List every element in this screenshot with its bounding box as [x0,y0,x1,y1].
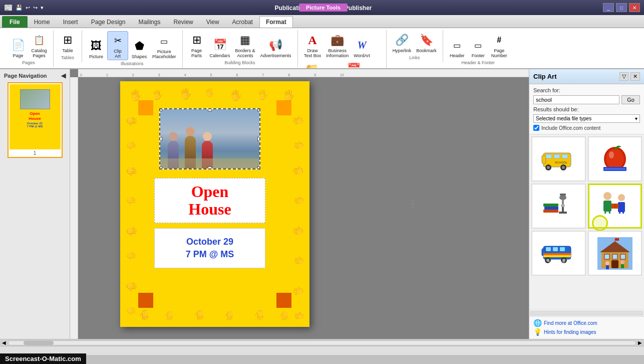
picture-icon: 🖼 [88,38,104,54]
header-icon: ▭ [449,37,465,53]
handle-br[interactable] [257,166,260,169]
btn-table[interactable]: ⊞ Table [58,31,78,54]
scroll-thumb[interactable] [24,341,54,345]
handle-right[interactable] [257,137,260,141]
handprint-b1: 🖐 [139,310,150,321]
page-navigation-panel: Page Navigation ◀ OpenHouse October 217 … [0,69,70,339]
quick-access-undo[interactable]: ↩ [26,5,30,11]
svg-rect-17 [543,204,558,207]
go-button[interactable]: Go [621,95,640,104]
clipart-panel-minimize[interactable]: ▽ [619,72,628,81]
date-line1: October 29 [186,237,233,247]
btn-bookmark[interactable]: 🔖 Bookmark [414,31,439,54]
btn-business-info[interactable]: 💼 BusinessInformation [324,31,351,59]
maximize-btn[interactable]: □ [616,3,627,12]
svg-point-20 [559,195,566,200]
btn-hyperlink[interactable]: 🔗 Hyperlink [391,31,414,54]
tab-review[interactable]: Review [167,16,199,28]
scroll-right-btn[interactable]: ▶ [638,340,642,345]
handprint-r1: 🖐 [292,115,303,126]
svg-rect-43 [543,253,571,255]
handle-top[interactable] [208,108,212,111]
btn-clip-art[interactable]: ✂ ClipArt [107,31,128,60]
handle-bl[interactable] [159,166,162,169]
globe-icon: 🌐 [533,319,542,327]
handle-bottom[interactable] [208,166,212,169]
tab-view[interactable]: View [200,16,226,28]
open-house-textbox[interactable]: Open House [154,178,265,223]
svg-rect-52 [611,260,618,268]
tab-acrobat[interactable]: Acrobat [226,16,259,28]
include-office-checkbox[interactable] [533,125,539,131]
btn-shapes[interactable]: ⬟ Shapes [129,37,149,60]
clip-item-books-microscope[interactable] [531,184,586,229]
quick-access-save[interactable]: 💾 [16,5,23,11]
btn-insert-file[interactable]: 📁 InsertFile [302,60,322,69]
handle-tr[interactable] [257,108,260,111]
date-textbox[interactable]: October 29 7 PM @ MS [154,228,265,268]
photo-container[interactable] [159,108,260,169]
btn-symbol[interactable]: Ω Symbol [323,65,343,69]
close-btn[interactable]: ✕ [629,3,640,12]
clipart-panel-close[interactable]: ✕ [630,72,640,81]
panel-resize-handle[interactable] [411,69,415,339]
minimize-btn[interactable]: _ [603,3,614,12]
scroll-track[interactable] [8,340,636,345]
btn-picture[interactable]: 🖼 Picture [86,37,106,60]
svg-point-5 [562,166,565,169]
tab-insert[interactable]: Insert [57,16,85,28]
btn-page-number[interactable]: # PageNumber [489,31,509,59]
scroll-left-btn[interactable]: ◀ [2,340,6,345]
calendars-icon: 📅 [212,37,228,53]
find-more-link[interactable]: 🌐 Find more at Office.com [533,319,640,327]
btn-wordart[interactable]: W WordArt [352,36,372,59]
tab-page-design[interactable]: Page Design [85,16,132,28]
pages-group-label: Pages [8,60,49,66]
handprint-l8: 🖐 [127,306,136,316]
quick-access-redo[interactable]: ↪ [33,5,38,11]
clip-item-school-building[interactable] [588,231,642,276]
btn-page-parts[interactable]: ⊞ PageParts [187,31,207,59]
btn-borders-accents[interactable]: ▦ Borders &Accents [233,31,257,59]
clip-item-apple-books[interactable] [588,136,642,181]
svg-text:SCHOOL: SCHOOL [555,161,568,164]
btn-calendars[interactable]: 📅 Calendars [208,36,232,59]
window-controls[interactable]: _ □ ✕ [603,3,640,12]
handle-tl[interactable] [159,108,162,111]
page-nav-collapse[interactable]: ◀ [61,72,66,79]
page-thumbnail-1[interactable]: OpenHouse October 217 PM @ MS 1 [8,82,63,158]
svg-rect-14 [604,168,625,170]
tab-home[interactable]: Home [28,16,57,28]
results-type-dropdown[interactable]: Selected media file types ▾ [533,114,640,123]
btn-draw-textbox[interactable]: A DrawText Box [302,31,324,59]
btn-date-time[interactable]: 📅 Date& Time [344,60,364,69]
btn-advertisements[interactable]: 📢 Advertisements [258,36,293,59]
search-for-label: Search for: [533,87,560,93]
thumb-inner: OpenHouse October 217 PM @ MS [10,84,61,149]
clip-item-colorful-bus[interactable]: SCHOOL BUS [531,231,586,276]
corner-box-bl [138,293,153,308]
handprint-tl: 🖐 [129,89,142,101]
canvas-area[interactable]: 012345678910 🖐 🖐 🖐 🖐 🖐 🖐 🖐 🖐 🖐 🖐 � [70,69,529,339]
btn-footer[interactable]: ▭ Footer [468,36,488,59]
tab-format[interactable]: Format [259,16,293,28]
document-canvas[interactable]: 🖐 🖐 🖐 🖐 🖐 🖐 🖐 🖐 🖐 🖐 🖐 🖐 🖐 🖐 🖐 🖐 🖐 [120,81,309,327]
ribbon-content: 📄 Page 📋 CatalogPages Pages ⊞ Table Tabl… [0,28,644,69]
svg-point-55 [605,261,609,265]
search-input[interactable] [533,95,619,104]
btn-header[interactable]: ▭ Header [447,36,467,59]
clip-item-teacher-student[interactable] [588,184,642,229]
btn-picture-placeholder[interactable]: ▭ PicturePlaceholder [150,32,178,60]
btn-catalog-pages[interactable]: 📋 CatalogPages [29,31,49,59]
building-blocks-label: Building Blocks [187,60,293,66]
tab-file[interactable]: File [2,16,28,28]
include-office-row: Include Office.com content [533,125,640,131]
btn-page[interactable]: 📄 Page [8,36,28,59]
hints-link[interactable]: 💡 Hints for finding images [533,328,640,336]
handprint-l5: 🖐 [126,226,137,237]
ruler-horizontal: 012345678910 [78,69,529,77]
handprint-r5: 🖐 [292,226,303,237]
clip-item-bus-yellow[interactable]: SCHOOL [531,136,586,181]
handle-left[interactable] [159,137,162,141]
tab-mailings[interactable]: Mailings [132,16,167,28]
